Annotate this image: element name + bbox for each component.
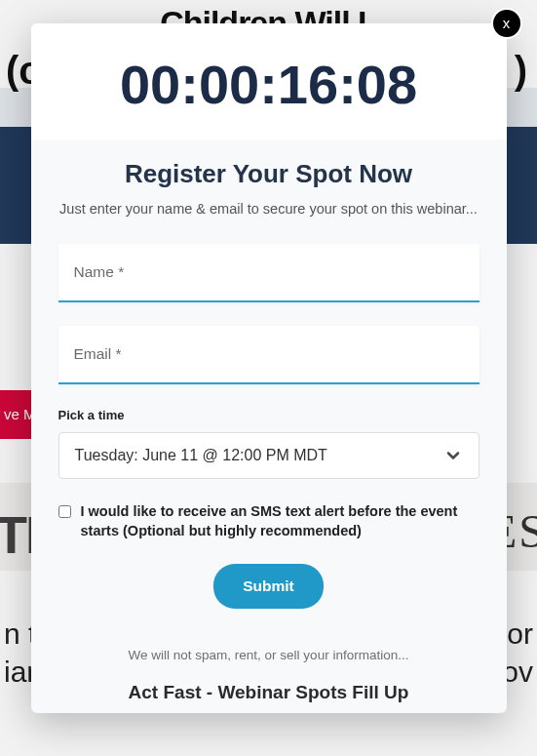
close-button[interactable]: x [491, 8, 522, 39]
submit-button[interactable]: Submit [213, 564, 324, 609]
timer-sep-2: : [259, 54, 278, 115]
time-select[interactable]: Tuesday: June 11 @ 12:00 PM MDT [58, 432, 479, 479]
timer-hours: 00 [120, 54, 180, 115]
name-input[interactable] [58, 244, 479, 302]
timer-sep-1: : [180, 54, 199, 115]
registration-form: Pick a time Tuesday: June 11 @ 12:00 PM … [31, 217, 507, 703]
modal-overlay: x 00:00:16:08 Register Your Spot Now Jus… [0, 0, 537, 756]
registration-modal: x 00:00:16:08 Register Your Spot Now Jus… [31, 23, 507, 713]
timer-minutes: 00 [199, 54, 259, 115]
chevron-down-icon [443, 446, 463, 465]
email-input[interactable] [58, 326, 479, 384]
privacy-note: We will not spam, rent, or sell your inf… [58, 648, 479, 662]
time-select-value: Tuesday: June 11 @ 12:00 PM MDT [75, 447, 327, 464]
modal-subheading: Just enter your name & email to secure y… [31, 201, 507, 217]
pick-time-label: Pick a time [58, 408, 479, 422]
urgency-note: Act Fast - Webinar Spots Fill Up [58, 682, 479, 703]
timer-sep-3: : [338, 54, 357, 115]
sms-checkbox[interactable] [58, 504, 71, 519]
timer-centiseconds: 08 [357, 54, 417, 115]
countdown-timer: 00:00:16:08 [31, 23, 507, 139]
modal-heading: Register Your Spot Now [31, 159, 507, 189]
sms-checkbox-label[interactable]: I would like to receive an SMS text aler… [81, 502, 479, 540]
sms-optin-row: I would like to receive an SMS text aler… [58, 502, 479, 540]
timer-seconds: 16 [278, 54, 338, 115]
